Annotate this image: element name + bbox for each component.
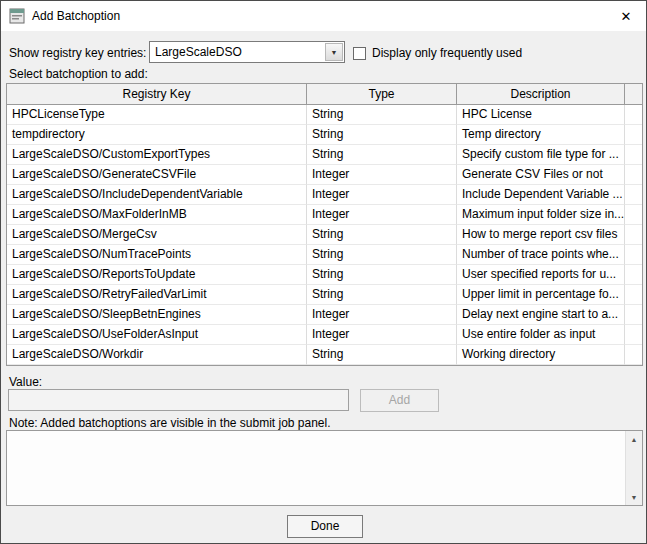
cell-type: Integer [307, 325, 457, 345]
cell-type: String [307, 245, 457, 265]
cell-type: String [307, 145, 457, 165]
cell-registry-key: LargeScaleDSO/SleepBetnEngines [7, 305, 307, 325]
note-label: Note: Added batchoptions are visible in … [9, 416, 331, 430]
cell-blank [625, 325, 642, 345]
app-icon [9, 8, 25, 24]
cell-description: Specify custom file type for ... [457, 145, 625, 165]
table-row[interactable]: HPCLicenseTypeStringHPC License [7, 105, 642, 125]
registry-key-selected-value: LargeScaleDSO [150, 45, 325, 59]
table-row[interactable]: LargeScaleDSO/MergeCsvStringHow to merge… [7, 225, 642, 245]
cell-blank [625, 345, 642, 365]
cell-blank [625, 165, 642, 185]
col-header-registry-key[interactable]: Registry Key [7, 84, 307, 105]
cell-blank [625, 185, 642, 205]
cell-registry-key: LargeScaleDSO/Workdir [7, 345, 307, 365]
value-label: Value: [9, 375, 42, 389]
table-row[interactable]: LargeScaleDSO/CustomExportTypesStringSpe… [7, 145, 642, 165]
cell-registry-key: LargeScaleDSO/UseFolderAsInput [7, 325, 307, 345]
cell-blank [625, 285, 642, 305]
frequently-used-checkbox[interactable] [353, 47, 366, 60]
cell-description: Generate CSV Files or not [457, 165, 625, 185]
cell-description: User specified reports for u... [457, 265, 625, 285]
cell-description: Working directory [457, 345, 625, 365]
cell-registry-key: LargeScaleDSO/ReportsToUpdate [7, 265, 307, 285]
window-title: Add Batchoption [32, 9, 120, 23]
cell-description: Maximum input folder size in... [457, 205, 625, 225]
cell-type: Integer [307, 185, 457, 205]
scroll-up-icon[interactable]: ▲ [626, 431, 642, 447]
cell-registry-key: LargeScaleDSO/IncludeDependentVariable [7, 185, 307, 205]
table-row[interactable]: LargeScaleDSO/ReportsToUpdateStringUser … [7, 265, 642, 285]
cell-type: Integer [307, 205, 457, 225]
cell-type: Integer [307, 305, 457, 325]
registry-entries-label: Show registry key entries: [9, 46, 146, 60]
cell-blank [625, 105, 642, 125]
cell-description: Number of trace points whe... [457, 245, 625, 265]
cell-blank [625, 265, 642, 285]
cell-description: Include Dependent Variable ... [457, 185, 625, 205]
done-button[interactable]: Done [287, 515, 363, 538]
cell-blank [625, 225, 642, 245]
cell-type: String [307, 105, 457, 125]
table-row[interactable]: LargeScaleDSO/SleepBetnEnginesIntegerDel… [7, 305, 642, 325]
col-header-type[interactable]: Type [307, 84, 457, 105]
table-row[interactable]: LargeScaleDSO/MaxFolderInMBIntegerMaximu… [7, 205, 642, 225]
table-row[interactable]: LargeScaleDSO/GenerateCSVFileIntegerGene… [7, 165, 642, 185]
cell-registry-key: LargeScaleDSO/GenerateCSVFile [7, 165, 307, 185]
cell-registry-key: LargeScaleDSO/MaxFolderInMB [7, 205, 307, 225]
cell-description: Use entire folder as input [457, 325, 625, 345]
cell-type: String [307, 285, 457, 305]
table-row[interactable]: tempdirectoryStringTemp directory [7, 125, 642, 145]
vertical-scrollbar[interactable]: ▲ ▼ [625, 431, 642, 505]
cell-blank [625, 125, 642, 145]
cell-type: Integer [307, 165, 457, 185]
cell-description: Delay next engine start to a... [457, 305, 625, 325]
frequently-used-label: Display only frequently used [372, 46, 522, 60]
cell-blank [625, 145, 642, 165]
cell-description: Upper limit in percentage fo... [457, 285, 625, 305]
select-batchoption-label: Select batchoption to add: [9, 67, 148, 81]
cell-blank [625, 245, 642, 265]
cell-registry-key: LargeScaleDSO/CustomExportTypes [7, 145, 307, 165]
cell-blank [625, 205, 642, 225]
titlebar[interactable]: Add Batchoption ✕ [1, 1, 646, 31]
cell-registry-key: HPCLicenseType [7, 105, 307, 125]
cell-registry-key: LargeScaleDSO/RetryFailedVarLimit [7, 285, 307, 305]
scroll-down-icon[interactable]: ▼ [626, 489, 642, 505]
cell-type: String [307, 345, 457, 365]
cell-type: String [307, 225, 457, 245]
close-icon[interactable]: ✕ [606, 1, 646, 31]
col-header-blank [625, 84, 642, 105]
add-button[interactable]: Add [360, 389, 439, 412]
table-row[interactable]: LargeScaleDSO/NumTracePointsStringNumber… [7, 245, 642, 265]
cell-description: Temp directory [457, 125, 625, 145]
cell-registry-key: LargeScaleDSO/MergeCsv [7, 225, 307, 245]
table-row[interactable]: LargeScaleDSO/UseFolderAsInputIntegerUse… [7, 325, 642, 345]
cell-description: HPC License [457, 105, 625, 125]
cell-registry-key: tempdirectory [7, 125, 307, 145]
cell-type: String [307, 265, 457, 285]
note-panel-content [7, 431, 625, 505]
table-row[interactable]: LargeScaleDSO/IncludeDependentVariableIn… [7, 185, 642, 205]
cell-description: How to merge report csv files [457, 225, 625, 245]
cell-registry-key: LargeScaleDSO/NumTracePoints [7, 245, 307, 265]
value-input[interactable] [8, 389, 349, 411]
batchoption-table: Registry Key Type Description HPCLicense… [6, 83, 643, 366]
chevron-down-icon[interactable]: ▼ [325, 43, 343, 61]
table-body: HPCLicenseTypeStringHPC Licensetempdirec… [7, 105, 642, 365]
add-batchoption-dialog: Add Batchoption ✕ Show registry key entr… [0, 0, 647, 544]
batchoptions-note-panel[interactable]: ▲ ▼ [6, 430, 643, 506]
table-row[interactable]: LargeScaleDSO/RetryFailedVarLimitStringU… [7, 285, 642, 305]
cell-blank [625, 305, 642, 325]
table-header-row: Registry Key Type Description [7, 84, 642, 105]
table-row[interactable]: LargeScaleDSO/WorkdirStringWorking direc… [7, 345, 642, 365]
registry-key-dropdown[interactable]: LargeScaleDSO ▼ [149, 41, 345, 63]
col-header-description[interactable]: Description [457, 84, 625, 105]
cell-type: String [307, 125, 457, 145]
